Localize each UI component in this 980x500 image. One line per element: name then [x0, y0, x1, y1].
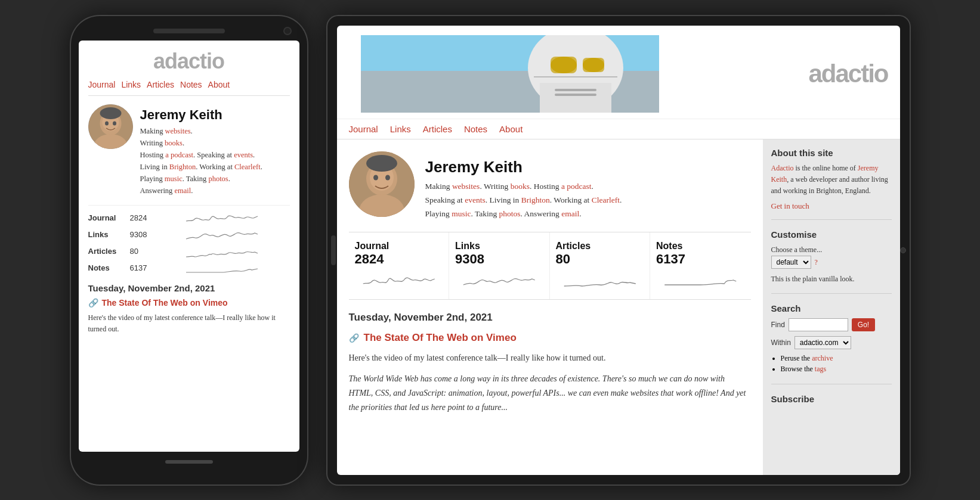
- tablet-stats: Journal 2824 Links 9308: [349, 232, 751, 300]
- phone-sparkline-links: [154, 228, 290, 241]
- phone-post-text: Here's the video of my latest conference…: [88, 312, 290, 335]
- tablet-header: adactio: [337, 26, 900, 119]
- sidebar-search-links: Peruse the archive Browse the tags: [771, 354, 892, 374]
- tablet-link-books[interactable]: books: [511, 182, 530, 191]
- phone-date: Tuesday, November 2nd, 2021: [88, 283, 290, 293]
- phone-nav-about[interactable]: About: [208, 80, 230, 89]
- phone-link-books[interactable]: books: [165, 139, 183, 147]
- tablet-link-clearleft[interactable]: Clearleft: [592, 195, 620, 204]
- tablet-main: Jeremy Keith Making websites. Writing bo…: [337, 139, 763, 475]
- tablet-link-brighton[interactable]: Brighton: [521, 195, 550, 204]
- phone-device: adactio Journal Links Articles Notes Abo…: [70, 15, 308, 486]
- phone-nav-journal[interactable]: Journal: [88, 80, 116, 89]
- tablet-sparkline-journal: [355, 271, 443, 288]
- sidebar-tags-link[interactable]: tags: [815, 365, 826, 373]
- sidebar-find-label: Find: [771, 321, 785, 329]
- phone-link-brighton[interactable]: Brighton: [169, 163, 196, 171]
- tablet-author-name: Jeremy Keith: [425, 154, 622, 180]
- tablet-link-events[interactable]: events: [465, 195, 486, 204]
- tablet-stat-articles: Articles 80: [550, 232, 651, 299]
- phone-post-title: 🔗 The State Of The Web on Vimeo: [88, 298, 290, 308]
- phone-sparkline-articles: [154, 245, 290, 258]
- tablet-nav-notes[interactable]: Notes: [464, 124, 487, 134]
- phone-link-photos[interactable]: photos: [208, 175, 228, 183]
- tablet-body: Jeremy Keith Making websites. Writing bo…: [337, 139, 900, 475]
- sidebar-search-row: Find Go!: [771, 318, 892, 331]
- tablet-nav-links[interactable]: Links: [390, 124, 411, 134]
- phone-link-websites[interactable]: websites: [165, 127, 191, 135]
- sidebar-subscribe-section: Subscribe: [771, 394, 892, 417]
- phone-nav: Journal Links Articles Notes About: [88, 80, 290, 96]
- sidebar-about-title: About this site: [771, 148, 892, 158]
- tablet-post-italic: The World Wide Web has come a long way i…: [349, 372, 751, 414]
- phone-post-link-icon: 🔗: [88, 298, 98, 308]
- tablet-home[interactable]: [331, 235, 336, 265]
- phone-speaker: [153, 29, 225, 33]
- phone-link-clearleft[interactable]: Clearleft: [234, 163, 261, 171]
- sidebar-archive-link[interactable]: archive: [812, 354, 833, 362]
- tablet-post-title-text[interactable]: The State Of The Web on Vimeo: [364, 332, 517, 344]
- phone-nav-articles[interactable]: Articles: [147, 80, 174, 89]
- phone-logo: adactio: [88, 49, 290, 74]
- tablet-hero-image: [361, 35, 659, 113]
- sidebar-customise-title: Customise: [771, 229, 892, 240]
- tablet-sparkline-notes: [656, 271, 745, 288]
- sidebar-search-button[interactable]: Go!: [852, 318, 875, 331]
- tablet-stat-articles-label: Articles: [556, 241, 644, 251]
- tablet-link-music[interactable]: music: [452, 209, 471, 218]
- tablet-nav-about[interactable]: About: [499, 124, 523, 134]
- phone-link-music[interactable]: music: [165, 175, 183, 183]
- sidebar-search-input[interactable]: [789, 318, 848, 331]
- tablet-link-email[interactable]: email: [561, 209, 579, 218]
- sidebar-get-in-touch-link[interactable]: Get in touch: [771, 201, 892, 211]
- tablet-screen: adactio Journal Links Articles Notes Abo…: [337, 26, 900, 475]
- tablet-stat-notes-count: 6137: [656, 251, 745, 267]
- svg-point-23: [366, 155, 397, 172]
- sidebar-within-select[interactable]: adactio.com: [794, 336, 851, 349]
- sidebar-theme-help[interactable]: ?: [815, 258, 818, 267]
- tablet-stat-journal-count: 2824: [355, 251, 443, 267]
- phone-camera: [283, 27, 292, 35]
- phone-nav-links[interactable]: Links: [121, 80, 141, 89]
- phone-stat-articles-count: 80: [130, 247, 154, 256]
- svg-point-6: [100, 107, 121, 119]
- tablet-link-websites[interactable]: websites: [452, 182, 480, 191]
- phone-link-podcast[interactable]: a podcast: [165, 151, 193, 159]
- tablet-link-photos[interactable]: photos: [499, 209, 521, 218]
- sidebar-about-section: About this site Adactio is the online ho…: [771, 148, 892, 221]
- phone-link-email[interactable]: email: [174, 187, 191, 195]
- svg-point-21: [373, 175, 378, 180]
- sidebar-theme-select[interactable]: default: [771, 256, 811, 269]
- sidebar-search-section: Search Find Go! Within adactio.com: [771, 303, 892, 384]
- phone-stat-links-count: 9308: [130, 230, 154, 239]
- phone-link-events[interactable]: events: [234, 151, 253, 159]
- sidebar-tags-item: Browse the tags: [781, 365, 892, 374]
- tablet-logo: adactio: [808, 60, 888, 88]
- svg-point-22: [385, 175, 390, 180]
- tablet-bio: Jeremy Keith Making websites. Writing bo…: [425, 151, 622, 221]
- phone-home-button[interactable]: [165, 460, 213, 464]
- tablet-nav-articles[interactable]: Articles: [423, 124, 452, 134]
- tablet-link-podcast[interactable]: a podcast: [561, 182, 592, 191]
- tablet-nav-journal[interactable]: Journal: [349, 124, 378, 134]
- tablet-stat-notes: Notes 6137: [650, 232, 751, 299]
- tablet-stat-notes-label: Notes: [656, 241, 745, 251]
- tablet-camera: [900, 247, 906, 253]
- sidebar-adactio-link[interactable]: Adactio: [771, 164, 794, 172]
- phone-author-name: Jeremy Keith: [140, 104, 262, 125]
- tablet-stat-journal: Journal 2824: [349, 232, 450, 299]
- phone-stat-articles: Articles 80: [88, 245, 290, 258]
- sidebar-theme-desc: This is the plain vanilla look.: [771, 274, 892, 285]
- tablet-sidebar: About this site Adactio is the online ho…: [763, 139, 900, 475]
- sidebar-about-text: Adactio is the online home of Jeremy Kei…: [771, 163, 892, 197]
- phone-nav-notes[interactable]: Notes: [180, 80, 202, 89]
- tablet-post-text: Here's the video of my latest conference…: [349, 351, 751, 365]
- phone-stat-journal-label: Journal: [88, 213, 130, 222]
- tablet-stat-links-label: Links: [455, 241, 543, 251]
- tablet-hero: [349, 35, 659, 113]
- phone-sparkline-notes: [154, 262, 290, 275]
- sidebar-within-label: Within: [771, 338, 791, 347]
- phone-bio: Jeremy Keith Making websites. Writing bo…: [140, 104, 262, 197]
- phone-stat-journal: Journal 2824: [88, 212, 290, 225]
- svg-rect-13: [551, 57, 577, 73]
